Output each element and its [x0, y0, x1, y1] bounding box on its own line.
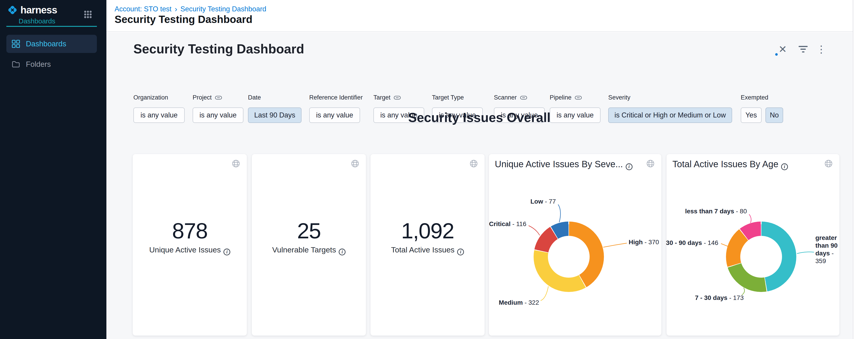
- sidebar-divider: [6, 26, 97, 27]
- dashboard-title: Security Testing Dashboard: [133, 41, 304, 56]
- chart-label-high: High - 370: [629, 238, 659, 246]
- stat-label: Unique Active Issuesi: [133, 245, 247, 255]
- stat-label: Vulnerable Targetsi: [252, 245, 366, 255]
- breadcrumb-account-link[interactable]: Account: STO test: [115, 5, 172, 13]
- stat-label: Total Active Issuesi: [370, 245, 485, 255]
- logo-wordmark: harness: [21, 4, 57, 16]
- tile-issues-by-age: Total Active Issues By Agei less than 7 …: [666, 154, 839, 336]
- info-icon[interactable]: i: [781, 163, 788, 170]
- filter-label-scanner: Scanner: [494, 94, 527, 101]
- severity-donut-chart[interactable]: [534, 222, 604, 292]
- close-button[interactable]: ✕: [776, 42, 789, 56]
- filter-label-date: Date: [248, 94, 261, 101]
- notification-dot: [775, 53, 778, 56]
- sidebar-item-dashboards[interactable]: Dashboards: [6, 35, 97, 53]
- harness-logo-icon: [7, 4, 18, 16]
- chart-label-less-than-7-days: less than 7 days - 80: [685, 208, 747, 215]
- filters-button[interactable]: [796, 42, 810, 56]
- breadcrumb: Account: STO test › Security Testing Das…: [115, 4, 266, 13]
- folder-icon: [12, 60, 20, 68]
- chart-label-7-30-days: 7 - 30 days - 173: [695, 294, 744, 302]
- more-options-button[interactable]: ⋮: [814, 42, 828, 56]
- tile-issues-by-severity: Unique Active Issues By Seve...i Low - 7…: [489, 154, 661, 336]
- filter-label-project: Project: [193, 94, 222, 101]
- dashboards-icon: [12, 40, 20, 48]
- chart-label-greater-than-90-days: greater than 90 days - 359: [815, 234, 843, 265]
- filter-icon: [799, 46, 808, 53]
- section-heading: Security Issues Overall: [106, 110, 852, 125]
- info-icon[interactable]: i: [339, 249, 345, 255]
- page-header: Account: STO test › Security Testing Das…: [106, 0, 853, 32]
- tile-vulnerable-targets: 25 Vulnerable Targetsi: [252, 154, 366, 336]
- stat-value: 25: [252, 218, 366, 244]
- breadcrumb-chevron-icon: ›: [175, 4, 177, 13]
- link-icon: [575, 96, 582, 100]
- info-icon[interactable]: i: [626, 163, 632, 170]
- age-donut-chart[interactable]: [726, 222, 796, 292]
- globe-icon[interactable]: [470, 160, 478, 168]
- sidebar-item-label: Folders: [26, 60, 51, 68]
- tile-title: Unique Active Issues By Seve...i: [495, 159, 632, 170]
- tile-title: Total Active Issues By Agei: [673, 159, 788, 170]
- filter-label-severity: Severity: [608, 94, 630, 101]
- tile-unique-active-issues: 878 Unique Active Issuesi: [133, 154, 247, 336]
- kebab-menu-icon: ⋮: [816, 44, 826, 55]
- chart-label-low: Low - 77: [530, 198, 556, 205]
- chart-label-critical: Critical - 116: [489, 220, 526, 228]
- filter-label-target-type: Target Type: [432, 94, 464, 101]
- scrollbar-track[interactable]: [853, 0, 868, 339]
- info-icon[interactable]: i: [223, 249, 230, 255]
- sidebar-item-label: Dashboards: [26, 39, 66, 48]
- filter-label-pipeline: Pipeline: [550, 94, 582, 101]
- app-root: harness Dashboards Dashboards Folders Ac…: [0, 0, 868, 339]
- filter-label-target: Target: [373, 94, 401, 101]
- close-icon: ✕: [779, 44, 787, 55]
- sidebar: harness Dashboards Dashboards Folders: [0, 0, 106, 339]
- chart-label-30-90-days: 30 - 90 days - 146: [666, 239, 718, 247]
- chart-label-medium: Medium - 322: [499, 299, 539, 306]
- globe-icon[interactable]: [646, 160, 654, 168]
- link-icon: [215, 96, 222, 100]
- filter-label-reference-identifier: Reference Identifier: [309, 94, 363, 101]
- module-grid-icon[interactable]: [84, 11, 92, 19]
- sidebar-item-folders[interactable]: Folders: [6, 55, 97, 74]
- breadcrumb-dashboard-link[interactable]: Security Testing Dashboard: [180, 5, 266, 13]
- filter-label-organization: Organization: [133, 94, 168, 101]
- dashboard-panel: Security Testing Dashboard ✕ ⋮ Organizat…: [106, 32, 852, 339]
- link-icon: [394, 96, 401, 100]
- tile-total-active-issues: 1,092 Total Active Issuesi: [370, 154, 485, 336]
- harness-logo[interactable]: harness: [7, 4, 57, 16]
- stat-value: 878: [133, 218, 247, 244]
- filter-label-exempted: Exempted: [741, 94, 768, 101]
- globe-icon[interactable]: [351, 160, 359, 168]
- info-icon[interactable]: i: [457, 249, 464, 255]
- page-title: Security Testing Dashboard: [115, 13, 252, 25]
- globe-icon[interactable]: [232, 160, 240, 168]
- module-label: Dashboards: [19, 17, 55, 25]
- stat-value: 1,092: [370, 218, 485, 244]
- globe-icon[interactable]: [825, 160, 833, 168]
- link-icon: [520, 96, 527, 100]
